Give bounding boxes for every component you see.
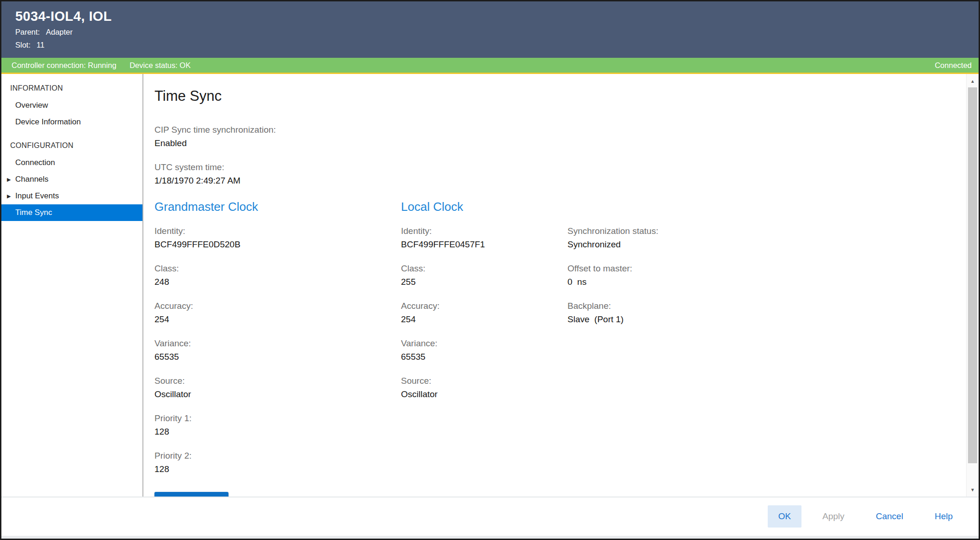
ok-button[interactable]: OK [768, 505, 801, 528]
utc-time-label: UTC system time: [154, 162, 951, 172]
cip-sync-label: CIP Sync time synchronization: [154, 125, 951, 135]
field-label: Accuracy: [154, 301, 401, 311]
device-title: 5034-IOL4, IOL [15, 7, 969, 25]
expand-arrow-icon[interactable]: ▶ [7, 194, 11, 199]
field-lc-variance: Variance: 65535 [401, 338, 567, 362]
field-gm-class: Class: 248 [154, 264, 401, 287]
local-clock-heading: Local Clock [401, 200, 567, 214]
nav-group-information: INFORMATION Overview Device Information [1, 80, 142, 130]
field-lc-accuracy: Accuracy: 254 [401, 301, 567, 325]
scrollbar-up-icon[interactable]: ▲ [967, 75, 979, 87]
device-parent-row: Parent:Adapter [15, 26, 969, 38]
grandmaster-clock-heading: Grandmaster Clock [154, 200, 401, 214]
field-value: 255 [401, 277, 567, 287]
vertical-scrollbar[interactable]: ▲ ▼ [966, 74, 979, 497]
page-title: Time Sync [154, 88, 951, 104]
field-offset-to-master: Offset to master: 0 ns [567, 264, 951, 287]
field-value: 248 [154, 277, 401, 287]
sidebar-item-channels-label: Channels [15, 175, 49, 184]
field-value: BCF499FFFE0457F1 [401, 239, 567, 250]
field-value: Oscillator [401, 389, 567, 399]
sidebar-item-input-events[interactable]: ▶Input Events [1, 188, 142, 204]
device-header: 5034-IOL4, IOL Parent:Adapter Slot:11 [1, 1, 979, 58]
sidebar-item-connection[interactable]: Connection [1, 154, 142, 171]
field-gm-source: Source: Oscillator [154, 376, 401, 399]
help-button[interactable]: Help [924, 505, 963, 528]
field-label: Class: [154, 264, 401, 274]
dialog-footer: OK Apply Cancel Help [1, 497, 979, 539]
sidebar-item-input-events-label: Input Events [15, 191, 59, 200]
device-slot-row: Slot:11 [15, 39, 969, 51]
expand-arrow-icon[interactable]: ▶ [7, 177, 11, 182]
sync-status-section: Synchronization status: Synchronized Off… [567, 200, 951, 497]
device-status: Device status: OK [129, 61, 191, 69]
field-label: Identity: [154, 226, 401, 236]
scrollbar-thumb[interactable] [968, 87, 977, 463]
field-label: Synchronization status: [567, 226, 951, 236]
nav-group-header-configuration: CONFIGURATION [1, 137, 142, 154]
parent-value: Adapter [46, 28, 73, 36]
field-value: 65535 [154, 352, 401, 362]
field-value: 128 [154, 464, 401, 474]
sidebar-item-channels[interactable]: ▶Channels [1, 171, 142, 188]
connection-status-bar: Controller connection: Running Device st… [1, 58, 979, 74]
clock-columns: Grandmaster Clock Identity: BCF499FFFE0D… [154, 200, 951, 497]
field-gm-identity: Identity: BCF499FFFE0D520B [154, 226, 401, 250]
sidebar-item-device-information[interactable]: Device Information [1, 114, 142, 130]
field-gm-variance: Variance: 65535 [154, 338, 401, 362]
utc-time-value: 1/18/1970 2:49:27 AM [154, 176, 951, 186]
cip-sync-value: Enabled [154, 138, 951, 148]
sidebar-item-overview[interactable]: Overview [1, 97, 142, 114]
body-row: INFORMATION Overview Device Information … [1, 74, 979, 497]
field-label: Variance: [154, 338, 401, 349]
field-label: Source: [154, 376, 401, 386]
scrollbar-down-icon[interactable]: ▼ [967, 484, 979, 496]
field-gm-accuracy: Accuracy: 254 [154, 301, 401, 325]
field-backplane: Backplane: Slave (Port 1) [567, 301, 951, 325]
parent-label: Parent: [15, 28, 40, 36]
field-value: Synchronized [567, 239, 951, 250]
nav-group-header-information: INFORMATION [1, 80, 142, 97]
field-label: Source: [401, 376, 567, 386]
description-button[interactable]: Description... [154, 492, 228, 497]
connection-state-badge: Connected [935, 61, 972, 70]
field-value: Oscillator [154, 389, 401, 399]
field-cip-sync: CIP Sync time synchronization: Enabled [154, 125, 951, 148]
field-gm-priority1: Priority 1: 128 [154, 413, 401, 437]
field-label: Identity: [401, 226, 567, 236]
field-label: Priority 2: [154, 451, 401, 461]
slot-value: 11 [37, 41, 44, 49]
field-lc-source: Source: Oscillator [401, 376, 567, 399]
field-label: Class: [401, 264, 567, 274]
field-utc-time: UTC system time: 1/18/1970 2:49:27 AM [154, 162, 951, 186]
field-value: 254 [401, 314, 567, 325]
controller-connection-status: Controller connection: Running [12, 61, 117, 69]
cancel-button[interactable]: Cancel [865, 505, 914, 528]
status-left: Controller connection: Running Device st… [12, 61, 191, 70]
field-label: Accuracy: [401, 301, 567, 311]
field-label: Variance: [401, 338, 567, 349]
field-lc-identity: Identity: BCF499FFFE0457F1 [401, 226, 567, 250]
field-value: BCF499FFFE0D520B [154, 239, 401, 250]
field-value: Slave (Port 1) [567, 314, 951, 325]
field-gm-priority2: Priority 2: 128 [154, 451, 401, 474]
field-value: 128 [154, 427, 401, 437]
sidebar-nav: INFORMATION Overview Device Information … [1, 74, 143, 497]
sidebar-item-time-sync[interactable]: Time Sync [1, 204, 142, 221]
field-sync-status: Synchronization status: Synchronized [567, 226, 951, 250]
nav-group-configuration: CONFIGURATION Connection ▶Channels ▶Inpu… [1, 137, 142, 221]
time-sync-page: Time Sync CIP Sync time synchronization:… [143, 74, 979, 497]
field-lc-class: Class: 255 [401, 264, 567, 287]
field-value: 0 ns [567, 277, 951, 287]
field-value: 254 [154, 314, 401, 325]
field-label: Backplane: [567, 301, 951, 311]
field-value: 65535 [401, 352, 567, 362]
field-label: Priority 1: [154, 413, 401, 423]
field-label: Offset to master: [567, 264, 951, 274]
slot-label: Slot: [15, 41, 31, 49]
grandmaster-clock-section: Grandmaster Clock Identity: BCF499FFFE0D… [154, 200, 401, 497]
device-properties-window: 5034-IOL4, IOL Parent:Adapter Slot:11 Co… [0, 0, 980, 540]
local-clock-section: Local Clock Identity: BCF499FFFE0457F1 C… [401, 200, 567, 497]
apply-button[interactable]: Apply [812, 505, 855, 528]
